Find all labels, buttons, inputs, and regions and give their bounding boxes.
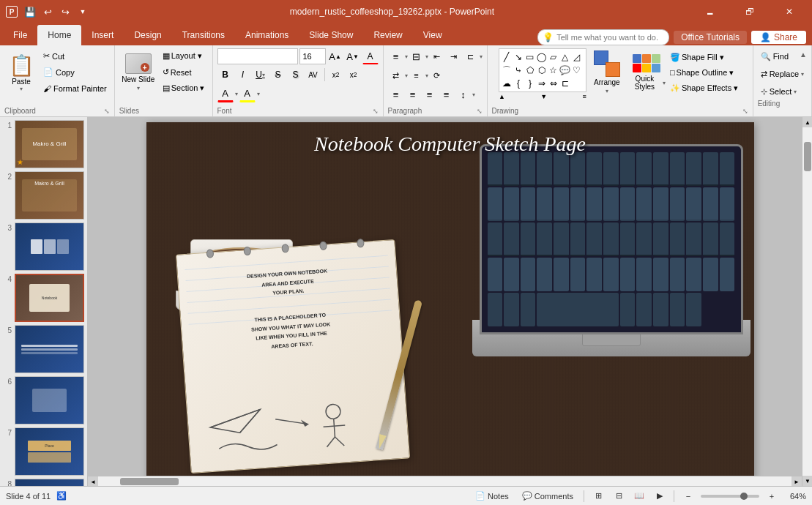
restore-button[interactable]: 🗗 — [733, 0, 767, 23]
status-accessibility[interactable]: ♿ — [56, 491, 67, 501]
drawing-group-expand[interactable]: ⤡ — [742, 108, 748, 115]
align-right-button[interactable]: ≡ — [422, 86, 438, 102]
scroll-left-button[interactable]: ◄ — [88, 476, 98, 486]
section-button[interactable]: ▤ Section ▾ — [160, 81, 208, 96]
shape-rbrace[interactable]: } — [524, 78, 536, 89]
notebook[interactable]: DESIGN YOUR OWN NOTEBOOK AREA AND EXECUT… — [175, 239, 409, 474]
layout-button[interactable]: ▦ Layout ▾ — [160, 48, 208, 64]
minimize-button[interactable]: 🗕 — [693, 0, 727, 23]
shape-callout[interactable]: 💬 — [559, 64, 571, 76]
shape-line[interactable]: ╱ — [501, 51, 513, 63]
superscript-button[interactable]: x2 — [346, 67, 362, 83]
tab-transitions[interactable]: Transitions — [172, 25, 235, 45]
slide-title[interactable]: Notebook Computer Sketch Page — [146, 132, 754, 156]
tab-insert[interactable]: Insert — [81, 25, 124, 45]
shape-curve[interactable]: ⌒ — [501, 64, 513, 76]
slide-show-button[interactable]: ▶ — [652, 488, 668, 504]
tell-me-box[interactable]: 💡 — [537, 29, 669, 45]
underline-button[interactable]: U▾ — [253, 67, 269, 83]
font-color-button[interactable]: A — [217, 85, 234, 102]
shadow-button[interactable]: S — [288, 67, 304, 83]
font-size-input[interactable] — [299, 48, 326, 64]
redo-button[interactable]: ↪ — [57, 4, 73, 20]
clear-format-button[interactable]: A — [362, 48, 379, 64]
shape-triangle[interactable]: △ — [559, 51, 571, 63]
shape-double-arrow[interactable]: ⇔ — [548, 78, 559, 89]
decrease-font-size-button[interactable]: A▼ — [345, 48, 361, 64]
num-list-dropdown[interactable]: ▾ — [425, 53, 428, 60]
quick-access-more-button[interactable]: ▼ — [75, 4, 91, 20]
font-name-input[interactable] — [217, 48, 298, 64]
align-center-button[interactable]: ≡ — [405, 86, 421, 102]
zoom-in-button[interactable]: + — [764, 488, 780, 504]
zoom-thumb[interactable] — [740, 493, 748, 500]
shape-notch[interactable]: ⊏ — [559, 78, 571, 89]
align-text-dropdown[interactable]: ▾ — [425, 72, 428, 79]
align-left-button[interactable]: ≡ — [388, 86, 404, 102]
tell-me-input[interactable] — [556, 33, 659, 42]
shape-lbrace[interactable]: { — [513, 78, 524, 89]
shape-connector[interactable]: ⤷ — [513, 64, 524, 76]
char-spacing-button[interactable]: AV — [305, 67, 321, 83]
ribbon-collapse-button[interactable]: ▲ — [797, 48, 809, 60]
increase-indent-button[interactable]: ⇥ — [446, 48, 462, 64]
zoom-out-button[interactable]: − — [680, 488, 696, 504]
format-painter-button[interactable]: 🖌 Format Painter — [40, 81, 110, 96]
columns-dropdown[interactable]: ▾ — [480, 53, 483, 60]
arrange-button[interactable]: Arrange ▾ — [588, 48, 626, 97]
cut-button[interactable]: ✂ Cut — [40, 48, 110, 64]
select-button[interactable]: ⊹ Select ▾ — [758, 83, 807, 100]
columns-button[interactable]: ⊏ — [463, 48, 479, 64]
reading-view-button[interactable]: 📖 — [631, 488, 647, 504]
normal-view-button[interactable]: ⊞ — [590, 488, 606, 504]
subscript-button[interactable]: x2 — [328, 67, 344, 83]
shape-heart[interactable]: ♡ — [571, 64, 583, 76]
paste-button[interactable]: 📋 Paste ▾ — [4, 48, 38, 97]
slide-thumb-1[interactable]: Makro & Grill ★ — [15, 120, 84, 168]
zoom-level[interactable]: 64% — [784, 492, 806, 501]
slide-thumb-5[interactable] — [15, 325, 84, 373]
scroll-thumb[interactable] — [804, 142, 811, 171]
shape-oval[interactable]: ◯ — [536, 51, 548, 63]
para-group-expand[interactable]: ⤡ — [477, 108, 483, 115]
slide-thumb-6[interactable] — [15, 376, 84, 424]
smart-art-button[interactable]: ⟳ — [429, 67, 445, 83]
line-spacing-button[interactable]: ↕ — [455, 86, 472, 102]
bullets-dropdown[interactable]: ▾ — [405, 53, 408, 60]
notes-button[interactable]: 📄 Notes — [471, 490, 513, 502]
strikethrough-button[interactable]: S — [270, 67, 286, 83]
undo-button[interactable]: ↩ — [40, 4, 56, 20]
shape-rtriangle[interactable]: ◿ — [571, 51, 583, 63]
comments-button[interactable]: 💬 Comments — [518, 490, 578, 502]
copy-button[interactable]: 📄 Copy — [40, 64, 110, 80]
reset-button[interactable]: ↺ Reset — [160, 64, 208, 80]
shapes-scroll-down[interactable]: ▼ — [540, 93, 547, 100]
shape-block-arrow[interactable]: ⇒ — [536, 78, 548, 89]
decrease-indent-button[interactable]: ⇤ — [429, 48, 445, 64]
shape-cloud[interactable]: ☁ — [501, 78, 513, 89]
tab-slideshow[interactable]: Slide Show — [299, 25, 363, 45]
tab-home[interactable]: Home — [37, 25, 81, 45]
bold-button[interactable]: B — [217, 67, 234, 83]
zoom-slider[interactable] — [701, 495, 759, 498]
tab-review[interactable]: Review — [363, 25, 412, 45]
new-slide-button[interactable]: + New Slide ▾ — [119, 48, 157, 97]
text-direction-button[interactable]: ⇄ — [388, 67, 404, 83]
save-button[interactable]: 💾 — [22, 4, 38, 20]
increase-font-size-button[interactable]: A▲ — [327, 48, 343, 64]
shape-hexagon[interactable]: ⬡ — [536, 64, 548, 76]
numbered-list-button[interactable]: ⊟ — [409, 48, 425, 64]
quick-styles-button[interactable]: Quick Styles ▾ — [627, 48, 666, 97]
italic-button[interactable]: I — [235, 67, 251, 83]
highlight-button[interactable]: A — [239, 85, 256, 102]
justify-button[interactable]: ≡ — [439, 86, 455, 102]
share-button[interactable]: 👤 Share — [751, 31, 806, 44]
font-color-dropdown[interactable]: ▾ — [235, 91, 238, 97]
slide-canvas[interactable]: Notebook Computer Sketch Page — [146, 122, 754, 481]
slide-thumb-7[interactable]: Place — [15, 427, 84, 476]
line-spacing-dropdown[interactable]: ▾ — [472, 91, 475, 98]
slide-thumb-8[interactable]: Slide 8 — [15, 479, 84, 486]
scroll-up-button[interactable]: ▲ — [802, 117, 812, 127]
slide-sorter-button[interactable]: ⊟ — [611, 488, 627, 504]
office-tutorials-button[interactable]: Office Tutorials — [674, 31, 747, 44]
